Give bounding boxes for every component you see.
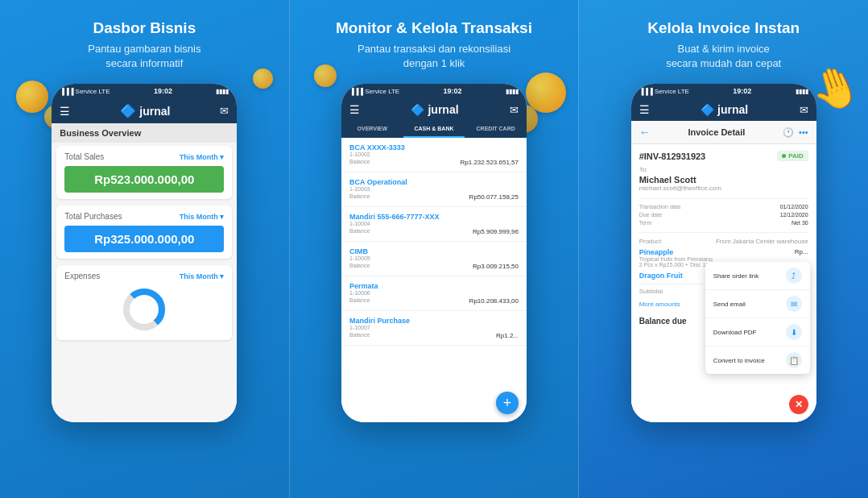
bank-item-bca-ops[interactable]: BCA Operational 1-10003 Balance Rp50.077… bbox=[341, 172, 527, 207]
total-sales-label: Total Sales bbox=[64, 152, 104, 161]
phone-mockup-2: ▐▐▐ Service LTE 19:02 ▮▮▮▮ ☰ 🔷 jurnal ✉ … bbox=[341, 84, 527, 422]
panel-dashboard: Dasbor Bisnis Pantau gambaran bisnisseca… bbox=[0, 0, 289, 498]
total-purchases-card: Total Purchases This Month ▾ Rp325.000.0… bbox=[56, 205, 232, 259]
action-convert-invoice[interactable]: Convert to invoice 📋 bbox=[705, 347, 810, 374]
action-share-order[interactable]: Share order link ⤴ bbox=[705, 262, 810, 290]
signal-indicator: ▐▐▐ Service LTE bbox=[60, 88, 110, 95]
balance-value-permata: Rp10.208.433,00 bbox=[469, 297, 519, 305]
action-menu: Share order link ⤴ Send email ✉ Download… bbox=[705, 262, 810, 374]
term-label: Term bbox=[639, 220, 723, 226]
invoice-detail-header: ← Invoice Detail 🕐 ••• bbox=[631, 121, 816, 144]
download-pdf-icon: ⬇ bbox=[786, 324, 802, 340]
phone-content-1: Business Overview Total Sales This Month… bbox=[52, 123, 237, 422]
total-purchases-header: Total Purchases This Month ▾ bbox=[64, 212, 224, 221]
bank-item-mandiri-purchase[interactable]: Mandiri Purchase 1-10007 Balance Rp1.2..… bbox=[341, 311, 527, 346]
panel-transactions: Monitor & Kelola Transaksi Pantau transa… bbox=[289, 0, 580, 498]
bank-code-bca3333: 1-10002 bbox=[349, 151, 519, 157]
bank-name-cimb: CIMB bbox=[349, 247, 519, 255]
item-pineapple-detail: 2 Pcs x Rp25.000 + Disc 10% bbox=[639, 262, 714, 268]
coin-decoration-3 bbox=[253, 68, 273, 89]
invoice-action-icons: 🕐 ••• bbox=[783, 127, 808, 138]
expenses-card: Expenses This Month ▾ bbox=[56, 265, 232, 340]
invoice-id-row: #INV-812931923 PAID bbox=[639, 151, 808, 161]
app-logo-2: 🔷 jurnal bbox=[411, 103, 458, 116]
battery-2: ▮▮▮▮ bbox=[506, 88, 519, 95]
balance-value-mandiri-purchase: Rp1.2... bbox=[496, 332, 519, 339]
item-dragonfruit-details: Dragon Fruit bbox=[639, 272, 683, 280]
tab-overview[interactable]: OVERVIEW bbox=[341, 121, 403, 138]
bank-item-mandiri[interactable]: Mandiri 555-666-7777-XXX 1-10004 Balance… bbox=[341, 207, 527, 242]
invoice-content-area: #INV-812931923 PAID To: Michael Scott mi… bbox=[631, 144, 816, 422]
transaction-date-value: 01/12/2020 bbox=[725, 204, 808, 210]
action-send-email[interactable]: Send email ✉ bbox=[705, 290, 810, 318]
more-options-icon[interactable]: ••• bbox=[799, 127, 808, 138]
app-header-1: ☰ 🔷 jurnal ✉ bbox=[52, 98, 237, 123]
balance-due-label: Balance due bbox=[639, 317, 687, 326]
transaction-date-label: Transaction date bbox=[639, 204, 723, 210]
balance-label-cimb: Balance bbox=[349, 263, 370, 270]
mail-icon-2[interactable]: ✉ bbox=[510, 104, 519, 116]
logo-mark-2: 🔷 bbox=[411, 103, 424, 116]
section-header-business: Business Overview bbox=[52, 123, 237, 143]
bank-item-permata[interactable]: Permata 1-10006 Balance Rp10.208.433,00 bbox=[341, 276, 527, 311]
panel1-subtitle: Pantau gambaran bisnissecara informatif bbox=[88, 42, 200, 71]
back-button[interactable]: ← bbox=[639, 126, 651, 139]
balance-label-mandiri: Balance bbox=[349, 228, 370, 235]
total-sales-value: Rp523.000.000,00 bbox=[64, 166, 224, 193]
product-header-label: Product bbox=[639, 238, 662, 245]
panel2-title: Monitor & Kelola Transaksi bbox=[336, 19, 532, 37]
bank-name-bca3333: BCA XXXX-3333 bbox=[349, 143, 519, 151]
phone-mockup-3: ▐▐▐ Service LTE 19:02 ▮▮▮▮ ☰ 🔷 jurnal ✉ … bbox=[631, 84, 816, 422]
close-button[interactable]: ✕ bbox=[789, 395, 808, 414]
item-dragonfruit-name: Dragon Fruit bbox=[639, 272, 683, 280]
coin-decoration-1 bbox=[16, 81, 48, 113]
bank-code-mandiri: 1-10004 bbox=[349, 221, 519, 226]
item-pineapple-name: Pineapple bbox=[639, 248, 714, 256]
phone-mockup-1: ▐▐▐ Service LTE 19:02 ▮▮▮▮ ☰ 🔷 jurnal ✉ … bbox=[52, 84, 237, 422]
balance-value-bca3333: Rp1.232.523.651,57 bbox=[460, 159, 519, 166]
panel2-subtitle: Pantau transaksi dan rekonsiliasidengan … bbox=[358, 42, 510, 71]
balance-label-bca3333: Balance bbox=[349, 159, 370, 166]
action-share-label: Share order link bbox=[713, 272, 758, 280]
balance-label-mandiri-purchase: Balance bbox=[349, 332, 370, 339]
mail-icon-1[interactable]: ✉ bbox=[220, 105, 229, 117]
app-header-3: ☰ 🔷 jurnal ✉ bbox=[631, 98, 816, 121]
action-download-pdf[interactable]: Download PDF ⬇ bbox=[705, 318, 810, 347]
bank-item-cimb[interactable]: CIMB 1-10005 Balance Rp3.009.215,50 bbox=[341, 242, 527, 276]
expenses-header: Expenses This Month ▾ bbox=[64, 272, 224, 280]
bank-name-mandiri-purchase: Mandiri Purchase bbox=[349, 317, 519, 325]
more-amounts-link[interactable]: More amounts bbox=[639, 301, 680, 308]
total-sales-period[interactable]: This Month ▾ bbox=[180, 153, 225, 161]
subtotal-label: Subtotal bbox=[639, 288, 663, 295]
bank-name-permata: Permata bbox=[349, 282, 519, 290]
clock-icon[interactable]: 🕐 bbox=[783, 127, 794, 138]
invoice-info-grid: Transaction date 01/12/2020 Due date 12/… bbox=[639, 198, 808, 226]
donut-chart bbox=[120, 285, 168, 334]
balance-label-permata: Balance bbox=[349, 297, 370, 305]
client-email: michael.scott@theoffice.com bbox=[639, 185, 808, 192]
action-convert-label: Convert to invoice bbox=[713, 357, 765, 364]
tab-cash-bank[interactable]: CASH & BANK bbox=[403, 121, 465, 138]
total-sales-card: Total Sales This Month ▾ Rp523.000.000,0… bbox=[56, 146, 232, 199]
time-3: 19:02 bbox=[733, 87, 751, 95]
bank-list: BCA XXXX-3333 1-10002 Balance Rp1.232.52… bbox=[341, 138, 527, 422]
items-header: Product From Jakarta Center warehouse bbox=[639, 238, 808, 245]
tab-credit-card[interactable]: CREDIT CARD bbox=[465, 121, 527, 138]
to-label: To: bbox=[639, 166, 808, 173]
hamburger-icon-3[interactable]: ☰ bbox=[639, 103, 650, 116]
invoice-id: #INV-812931923 bbox=[639, 151, 706, 161]
expenses-period[interactable]: This Month ▾ bbox=[180, 272, 225, 280]
hamburger-icon-2[interactable]: ☰ bbox=[349, 103, 360, 116]
total-purchases-period[interactable]: This Month ▾ bbox=[180, 213, 225, 221]
hamburger-icon[interactable]: ☰ bbox=[60, 105, 70, 118]
bank-balance-row-permata: Balance Rp10.208.433,00 bbox=[349, 297, 519, 305]
action-pdf-label: Download PDF bbox=[713, 329, 757, 336]
status-bar-2: ▐▐▐ Service LTE 19:02 ▮▮▮▮ bbox=[341, 84, 527, 98]
bank-code-bca-ops: 1-10003 bbox=[349, 186, 519, 192]
mail-icon-3[interactable]: ✉ bbox=[800, 104, 808, 116]
status-bar-3: ▐▐▐ Service LTE 19:02 ▮▮▮▮ bbox=[631, 84, 816, 98]
email-icon: ✉ bbox=[786, 296, 802, 312]
bank-item-bca3333[interactable]: BCA XXXX-3333 1-10002 Balance Rp1.232.52… bbox=[341, 138, 527, 172]
panel1-title: Dasbor Bisnis bbox=[93, 19, 196, 37]
app-logo-1: 🔷 jurnal bbox=[120, 103, 170, 118]
